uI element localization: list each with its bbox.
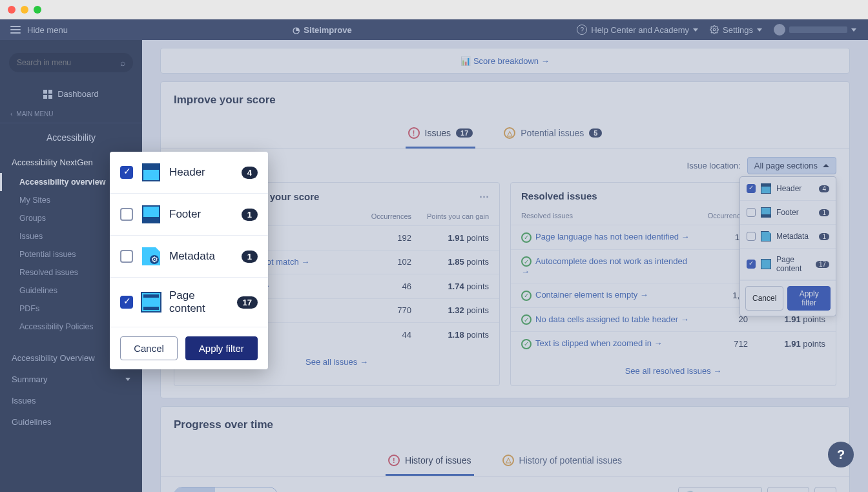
see-all-issues-link[interactable]: See all issues → [305, 357, 368, 367]
filter-option-count: 4 [242, 167, 258, 179]
dashboard-icon [43, 90, 52, 99]
main-menu-label: MAIN MENU [16, 110, 53, 118]
main-menu-back[interactable]: ‹ MAIN MENU [0, 105, 142, 123]
filter-option-label: Footer [169, 208, 232, 221]
filter-option-header[interactable]: Header 4 [740, 177, 836, 201]
search-input[interactable] [17, 58, 120, 67]
filter-cancel-button[interactable]: Cancel [120, 336, 178, 360]
progress-card: Progress over time ! History of issues △… [160, 406, 850, 493]
caret-up-icon [823, 164, 829, 167]
see-all-resolved-link[interactable]: See all resolved issues → [625, 366, 722, 376]
chevron-down-icon [693, 28, 698, 32]
checkbox-icon [747, 260, 756, 269]
filter-option-page-content[interactable]: Page content 17 [740, 249, 836, 280]
period-selector[interactable]: 🕒 Last 6 months ▾ [678, 487, 762, 493]
col-resolved: Resolved issues [521, 212, 690, 220]
checkbox-icon [747, 232, 756, 241]
col-points: Points you can gain [411, 212, 489, 220]
tab-issues[interactable]: ! Issues 17 [406, 118, 476, 149]
resolved-link[interactable]: Container element is empty → [535, 290, 648, 300]
window-chrome [0, 0, 868, 19]
filter-option-page-content[interactable]: Page content 17 [110, 278, 268, 327]
metadata-section-icon [142, 247, 160, 265]
filter-option-count: 1 [242, 251, 258, 263]
checkbox-icon [120, 208, 133, 221]
filter-apply-button[interactable]: Apply filter [185, 336, 258, 360]
tab-history-potential-label: History of potential issues [519, 455, 623, 466]
tab-potential-count: 5 [589, 128, 602, 138]
resolved-link[interactable]: Text is clipped when zoomed in → [535, 338, 663, 348]
help-label: Help Center and Academy [591, 25, 689, 35]
settings-menu[interactable]: Settings [710, 25, 762, 35]
filter-option-count: 17 [237, 296, 258, 309]
page-content-section-icon [142, 293, 160, 311]
filter-button-label: All page sections [754, 161, 818, 170]
tab-history-issues[interactable]: ! History of issues [386, 446, 474, 476]
resolved-icon: ✓ [521, 232, 532, 243]
score-breakdown-link[interactable]: 📊 Score breakdown → [160, 48, 850, 74]
dashboard-label: Dashboard [57, 89, 99, 99]
points-value: 1.91 points [411, 233, 489, 243]
progress-title: Progress over time [161, 407, 849, 443]
resolved-link[interactable]: Autocomplete does not work as intended → [521, 256, 687, 277]
tab-potential-issues[interactable]: △ Potential issues 5 [501, 118, 604, 149]
export-csv-button[interactable]: ⭳ CSV [767, 487, 809, 493]
filter-dropdown-zoomed: Header 4 Footer 1 Metadata 1 Page conten… [110, 152, 268, 369]
user-menu[interactable] [774, 24, 856, 36]
avatar-icon [774, 24, 785, 36]
nav-issues-2[interactable]: Issues [0, 390, 142, 411]
hide-menu-label[interactable]: Hide menu [27, 25, 68, 35]
filter-option-label: Metadata [776, 232, 814, 241]
close-window-button[interactable] [8, 6, 16, 14]
dashboard-link[interactable]: Dashboard [0, 83, 142, 105]
filter-option-metadata[interactable]: Metadata 1 [110, 236, 268, 278]
settings-label: Settings [723, 25, 753, 35]
filter-option-metadata[interactable]: Metadata 1 [740, 225, 836, 249]
help-center-menu[interactable]: ? Help Center and Academy [577, 25, 698, 35]
minimize-window-button[interactable] [21, 6, 28, 14]
nav-guidelines-2[interactable]: Guidelines [0, 411, 142, 433]
chevron-down-icon [125, 378, 130, 381]
filter-option-footer[interactable]: Footer 1 [740, 201, 836, 225]
help-icon: ? [577, 25, 587, 35]
filter-option-count: 1 [819, 209, 829, 216]
filter-option-count: 4 [819, 185, 829, 192]
sidebar-search[interactable]: ⌕ [9, 53, 133, 72]
brand: ◔ Siteimprove [68, 25, 577, 35]
resolved-link[interactable]: Page language has not been identified → [535, 232, 690, 241]
maximize-window-button[interactable] [34, 6, 41, 14]
footer-section-icon [761, 207, 771, 218]
filter-dropdown-small: Header 4 Footer 1 Metadata 1 [739, 176, 836, 316]
tab-issues-count: 17 [456, 128, 473, 138]
resolved-panel-title: Resolved issues [521, 190, 597, 201]
resolved-icon: ✓ [521, 339, 532, 349]
issues-occurrences-toggle[interactable]: Issues Occurrences [174, 487, 278, 493]
nav-summary[interactable]: Summary [0, 369, 142, 390]
more-options-button[interactable]: ⋯ [814, 487, 836, 493]
issue-location-filter-button[interactable]: All page sections [747, 157, 836, 174]
occurrences-value: 44 [353, 330, 411, 340]
potential-icon: △ [504, 127, 515, 139]
panel-menu-button[interactable]: ⋯ [479, 190, 489, 202]
filter-cancel-button[interactable]: Cancel [745, 286, 783, 311]
toggle-occurrences[interactable]: Occurrences [215, 487, 277, 493]
page-content-section-icon [761, 259, 771, 269]
toggle-issues[interactable]: Issues [174, 487, 215, 493]
footer-section-icon [142, 205, 160, 223]
filter-option-header[interactable]: Header 4 [110, 152, 268, 194]
filter-apply-button[interactable]: Apply filter [787, 286, 831, 311]
resolved-link[interactable]: No data cells assigned to table header → [535, 314, 689, 324]
nav-summary-label: Summary [12, 374, 48, 384]
metadata-section-icon [761, 231, 771, 241]
hamburger-icon[interactable] [10, 26, 21, 34]
svg-point-0 [713, 28, 716, 31]
filter-option-label: Page content [776, 255, 811, 273]
chevron-left-icon: ‹ [10, 110, 12, 118]
table-row[interactable]: ✓Text is clipped when zoomed in →7121.91… [511, 331, 836, 356]
tab-history-potential[interactable]: △ History of potential issues [500, 446, 625, 476]
tab-issues-label: Issues [425, 128, 451, 138]
improve-tabs: ! Issues 17 △ Potential issues 5 [161, 118, 849, 149]
filter-option-footer[interactable]: Footer 1 [110, 194, 268, 236]
help-fab-button[interactable]: ? [828, 442, 854, 467]
section-title: Accessibility [0, 123, 142, 152]
